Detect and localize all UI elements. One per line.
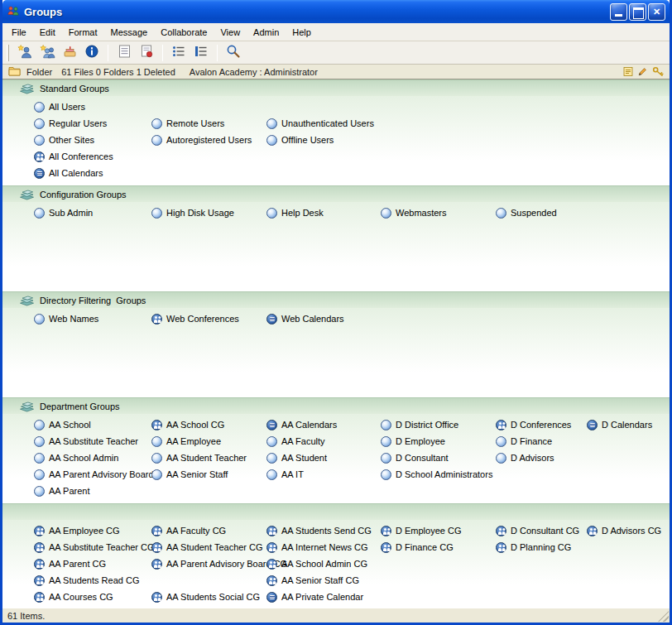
- group-item[interactable]: Web Conferences: [151, 310, 266, 327]
- group-item[interactable]: Webmasters: [381, 204, 496, 221]
- menu-admin[interactable]: Admin: [247, 25, 286, 40]
- group-item[interactable]: AA Students Social CG: [151, 589, 266, 605]
- group-item[interactable]: AA Parent Advisory Board CG: [151, 555, 266, 572]
- group-item-label: D Calendars: [602, 420, 652, 430]
- group-item[interactable]: Suspended: [496, 204, 587, 221]
- search-button[interactable]: [223, 43, 244, 63]
- info-button[interactable]: [81, 43, 103, 63]
- detail-view-button[interactable]: [190, 43, 212, 63]
- menu-view[interactable]: View: [214, 25, 247, 40]
- group-item[interactable]: AA Substitute Teacher: [34, 433, 151, 450]
- resize-grip[interactable]: [658, 611, 669, 622]
- group-item[interactable]: D Conferences: [496, 416, 587, 433]
- group-item[interactable]: AA Faculty CG: [151, 522, 266, 539]
- group-item-label: D Advisors CG: [602, 526, 661, 536]
- group-item[interactable]: AA Senior Staff: [151, 466, 266, 483]
- group-item[interactable]: D District Office: [381, 416, 496, 433]
- menu-help[interactable]: Help: [286, 25, 318, 40]
- group-item[interactable]: AA Substitute Teacher CG: [34, 539, 151, 555]
- title-bar[interactable]: Groups: [2, 0, 670, 23]
- group-item[interactable]: AA School: [34, 416, 151, 433]
- group-item[interactable]: Other Sites: [34, 132, 151, 148]
- group-item[interactable]: D Calendars: [587, 416, 670, 433]
- close-button[interactable]: [648, 3, 665, 21]
- group-item[interactable]: Regular Users: [34, 115, 151, 132]
- detail-view-icon: [194, 46, 208, 60]
- group-item[interactable]: AA IT: [266, 466, 381, 483]
- group-item[interactable]: AA Parent CG: [34, 555, 151, 572]
- menu-format[interactable]: Format: [62, 25, 104, 40]
- group-item[interactable]: Web Calendars: [266, 310, 381, 327]
- toolbar-grip[interactable]: [7, 45, 9, 61]
- menu-file[interactable]: File: [5, 25, 33, 40]
- group-item[interactable]: High Disk Usage: [151, 204, 266, 221]
- new-conference-button[interactable]: [59, 43, 80, 63]
- group-item[interactable]: D Advisors CG: [587, 522, 670, 539]
- group-item[interactable]: AA Students Send CG: [266, 522, 381, 539]
- group-item[interactable]: AA Private Calendar: [266, 589, 381, 605]
- conference-icon: [266, 559, 277, 570]
- group-item[interactable]: Unauthenticated Users: [266, 115, 381, 132]
- group-item[interactable]: All Users: [34, 99, 151, 115]
- new-user-button[interactable]: [14, 43, 36, 63]
- group-item[interactable]: AA Senior Staff CG: [266, 572, 381, 589]
- group-item[interactable]: AA School Admin: [34, 450, 151, 466]
- group-icon: [381, 420, 391, 430]
- group-item[interactable]: D Planning CG: [496, 539, 587, 555]
- section-department-groups: Department GroupsAA SchoolAA School CGAA…: [2, 397, 670, 503]
- group-item[interactable]: AA Parent: [34, 483, 151, 499]
- key-icon[interactable]: [652, 66, 664, 77]
- menu-edit[interactable]: Edit: [33, 25, 62, 40]
- group-item[interactable]: All Calendars: [34, 165, 151, 181]
- group-item[interactable]: Autoregistered Users: [151, 132, 266, 148]
- group-item[interactable]: Remote Users: [151, 115, 266, 132]
- form-button[interactable]: [113, 43, 135, 63]
- group-item[interactable]: AA School Admin CG: [266, 555, 381, 572]
- group-item[interactable]: AA Internet News CG: [266, 539, 381, 555]
- group-item[interactable]: D Finance CG: [381, 539, 496, 555]
- menu-collaborate[interactable]: Collaborate: [154, 25, 214, 40]
- group-item[interactable]: AA Calendars: [266, 416, 381, 433]
- group-item[interactable]: All Conferences: [34, 148, 151, 165]
- group-item[interactable]: D Finance: [496, 433, 587, 450]
- maximize-button[interactable]: [629, 3, 646, 21]
- group-item-label: AA Parent Advisory Board: [49, 469, 154, 479]
- group-item[interactable]: AA Faculty: [266, 433, 381, 450]
- group-item[interactable]: AA Students Read CG: [34, 572, 151, 589]
- group-item-label: Remote Users: [166, 118, 224, 128]
- group-item-label: AA Employee CG: [49, 526, 120, 536]
- minimize-button[interactable]: [610, 3, 627, 21]
- group-item[interactable]: Web Names: [34, 310, 151, 327]
- group-item[interactable]: AA Student Teacher CG: [151, 539, 266, 555]
- group-item[interactable]: D Employee: [381, 433, 496, 450]
- folder-stats: 61 Files 0 Folders 1 Deleted: [61, 67, 175, 77]
- approve-button[interactable]: [136, 43, 157, 63]
- group-item[interactable]: D Advisors: [496, 450, 587, 466]
- list-view-button[interactable]: [168, 43, 190, 63]
- conference-icon: [34, 592, 45, 603]
- note-icon[interactable]: [623, 66, 633, 77]
- group-icon: [34, 118, 45, 129]
- pencil-icon[interactable]: [637, 66, 648, 77]
- group-item[interactable]: Sub Admin: [34, 204, 151, 221]
- group-item[interactable]: AA Employee CG: [34, 522, 151, 539]
- group-item[interactable]: AA School CG: [151, 416, 266, 433]
- group-item[interactable]: D Employee CG: [381, 522, 496, 539]
- group-item[interactable]: D Consultant: [381, 450, 496, 466]
- conference-icon: [496, 542, 506, 553]
- group-item[interactable]: Help Desk: [266, 204, 381, 221]
- conference-icon: [34, 526, 45, 536]
- group-item[interactable]: AA Parent Advisory Board: [34, 466, 151, 483]
- group-item[interactable]: Offline Users: [266, 132, 381, 148]
- group-item[interactable]: D School Administrators: [381, 466, 496, 483]
- group-item[interactable]: AA Student Teacher: [151, 450, 266, 466]
- group-item[interactable]: D Consultant CG: [496, 522, 587, 539]
- group-item[interactable]: AA Courses CG: [34, 589, 151, 605]
- group-item-label: D Consultant: [396, 453, 449, 463]
- group-item[interactable]: AA Student: [266, 450, 381, 466]
- menu-message[interactable]: Message: [104, 25, 155, 40]
- group-icon: [496, 453, 506, 464]
- new-group-button[interactable]: [36, 43, 58, 63]
- section-title: Department Groups: [40, 401, 120, 411]
- group-item[interactable]: AA Employee: [151, 433, 266, 450]
